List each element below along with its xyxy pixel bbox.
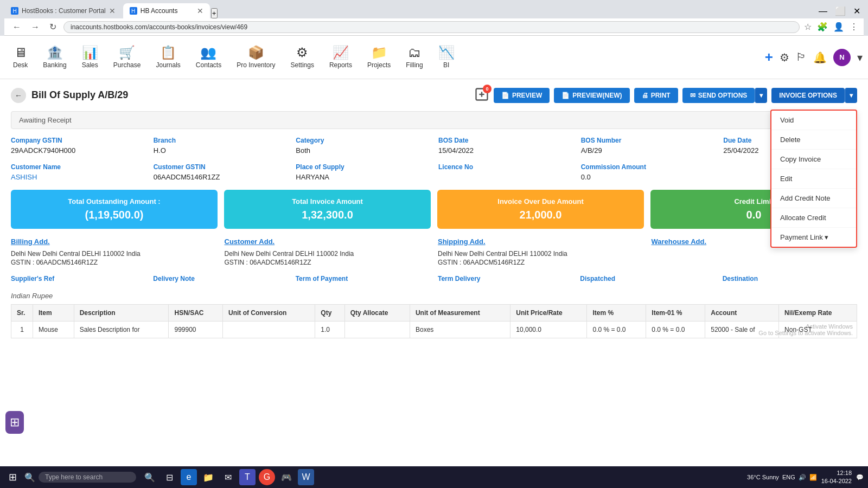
tab-label-1: HostBooks : Customer Portal xyxy=(22,7,106,15)
taskbar-icon-folder[interactable]: 📁 xyxy=(200,469,216,485)
menu-item-void[interactable]: Void xyxy=(771,111,856,130)
refresh-button[interactable]: ↻ xyxy=(47,21,59,33)
send-options-button[interactable]: ✉ SEND OPTIONS xyxy=(682,88,755,103)
taskbar-icon-task-view[interactable]: ⊟ xyxy=(161,469,177,485)
nav-item-purchase[interactable]: 🛒 Purchase xyxy=(106,42,149,73)
taskbar-icon-chrome[interactable]: G xyxy=(259,469,275,485)
taskbar-icon-mail[interactable]: ✉ xyxy=(220,469,236,485)
start-button[interactable]: ⊞ xyxy=(4,469,21,485)
taskbar: ⊞ 🔍 🔍 ⊟ e 📁 ✉ T G 🎮 W 36°C Sunny ENG 🔊 📶… xyxy=(0,466,868,485)
menu-item-add-credit-note[interactable]: Add Credit Note xyxy=(771,189,856,208)
billing-gstin: GSTIN : 06AADCM5146R1ZZ xyxy=(11,259,217,266)
badge-count: 0 xyxy=(483,85,492,93)
new-tab-button[interactable]: + xyxy=(211,8,218,18)
banking-icon: 🏦 xyxy=(47,46,63,59)
taskbar-search-input[interactable] xyxy=(39,472,136,483)
preview-button[interactable]: 📄 PREVIEW xyxy=(494,88,550,103)
info-grid-row1: Company GSTIN 29AADCK7940H000 Branch H.O… xyxy=(11,137,857,155)
taskbar-icon-game[interactable]: 🎮 xyxy=(278,469,295,485)
menu-item-copy-invoice[interactable]: Copy Invoice xyxy=(771,150,856,169)
reports-icon: 📈 xyxy=(333,46,349,59)
nav-item-sales[interactable]: 📊 Sales xyxy=(74,42,106,73)
nav-item-projects[interactable]: 📁 Projects xyxy=(360,42,398,73)
notification-icon[interactable]: 🔔 xyxy=(813,51,827,64)
info-customer-gstin: Customer GSTIN 06AADCM5146R1ZZ xyxy=(154,163,288,181)
info-category: Category Both xyxy=(296,137,430,155)
shipping-address-title[interactable]: Shipping Add. xyxy=(438,237,644,246)
nav-item-bi[interactable]: 📉 BI xyxy=(431,42,462,73)
tab-close-2[interactable]: ✕ xyxy=(197,7,203,15)
info-company-gstin: Company GSTIN 29AADCK7940H000 xyxy=(11,137,145,155)
nav-label-banking: Banking xyxy=(43,61,66,69)
category-value: Both xyxy=(296,146,430,155)
status-bar: Awaiting Receipt xyxy=(11,111,857,129)
dropdown-arrow-icon[interactable]: ▾ xyxy=(857,51,863,64)
nav-item-reports[interactable]: 📈 Reports xyxy=(322,42,360,73)
minimize-button[interactable]: — xyxy=(815,4,831,18)
maximize-button[interactable]: ⬜ xyxy=(832,4,849,18)
contacts-icon: 👥 xyxy=(200,46,216,59)
tab-close-1[interactable]: ✕ xyxy=(109,7,116,15)
taskbar-volume-icon[interactable]: 🔊 xyxy=(799,474,806,481)
nav-item-settings[interactable]: ⚙ Settings xyxy=(283,42,322,73)
forward-nav-button[interactable]: → xyxy=(28,21,42,33)
invoice-options-group: INVOICE OPTIONS ▾ Void Delete Copy Invoi… xyxy=(771,88,857,103)
user-avatar[interactable]: N xyxy=(833,49,851,66)
print-button[interactable]: 🖨 PRINT xyxy=(634,88,678,103)
flag-icon[interactable]: 🏳 xyxy=(796,51,807,63)
address-bar-input[interactable] xyxy=(63,21,800,33)
browser-tab-1[interactable]: H HostBooks : Customer Portal ✕ xyxy=(4,3,122,18)
taskbar-icon-teams[interactable]: T xyxy=(239,469,256,485)
nav-item-filling[interactable]: 🗂 Filling xyxy=(398,42,430,73)
notification-center-icon[interactable]: 💬 xyxy=(856,474,864,481)
taskbar-icon-search[interactable]: 🔍 xyxy=(142,469,158,485)
extensions-icon[interactable]: 🧩 xyxy=(817,22,828,32)
search-icon[interactable]: 🔍 xyxy=(24,472,35,483)
invoice-options-dropdown-button[interactable]: ▾ xyxy=(845,88,857,103)
shipping-gstin: GSTIN : 06AADCM5146R1ZZ xyxy=(438,259,644,266)
menu-item-payment-link[interactable]: Payment Link ▾ xyxy=(771,228,856,247)
bos-date-value: 15/04/2022 xyxy=(438,146,572,155)
browser-menu-icon[interactable]: ⋮ xyxy=(850,22,858,32)
customer-address-title[interactable]: Customer Add. xyxy=(225,237,431,246)
field-dispatched: Dispatched xyxy=(580,275,714,284)
nav-label-reports: Reports xyxy=(329,61,352,69)
nav-item-journals[interactable]: 📋 Journals xyxy=(148,42,188,73)
browser-tab-2[interactable]: H HB Accounts ✕ xyxy=(123,3,210,18)
tab-label-2: HB Accounts xyxy=(141,7,178,15)
close-button[interactable]: ✕ xyxy=(850,4,864,18)
add-button[interactable]: + xyxy=(765,49,773,66)
nav-item-pro-inventory[interactable]: 📦 Pro Inventory xyxy=(229,42,283,73)
taskbar-icon-word[interactable]: W xyxy=(298,469,314,485)
invoice-options-button[interactable]: INVOICE OPTIONS xyxy=(771,88,845,103)
taskbar-time: 12:18 xyxy=(821,469,852,477)
nav-item-contacts[interactable]: 👥 Contacts xyxy=(188,42,229,73)
info-commission-amount: Commission Amount 0.0 xyxy=(581,163,715,181)
left-panel-icon[interactable]: ⊞ xyxy=(5,411,24,434)
menu-item-delete[interactable]: Delete xyxy=(771,130,856,150)
taskbar-network-icon[interactable]: 📶 xyxy=(809,474,817,481)
header-actions: 0 📄 PREVIEW 📄 PREVIEW(NEW) 🖨 PRINT ✉ xyxy=(474,87,857,104)
page-title: Bill Of Supply A/B/29 xyxy=(31,89,128,101)
gear-icon[interactable]: ⚙ xyxy=(780,51,789,64)
row-unit-price: 10,000.0 xyxy=(510,322,587,338)
outstanding-value: (1,19,500.0) xyxy=(20,209,209,221)
billing-address-title[interactable]: Billing Add. xyxy=(11,237,217,246)
shipping-address: Shipping Add. Delhi New Delhi Central DE… xyxy=(438,237,644,266)
back-nav-button[interactable]: ← xyxy=(10,21,24,33)
profile-icon[interactable]: 👤 xyxy=(833,22,844,32)
bookmark-icon[interactable]: ☆ xyxy=(804,22,812,32)
outstanding-title: Total Outstanding Amount : xyxy=(20,197,209,206)
menu-item-allocate-credit[interactable]: Allocate Credit xyxy=(771,208,856,228)
filling-icon: 🗂 xyxy=(408,46,421,59)
nav-item-desk[interactable]: 🖥 Desk xyxy=(5,42,35,73)
billing-address: Billing Add. Delhi New Delhi Central DEL… xyxy=(11,237,217,266)
send-options-dropdown-button[interactable]: ▾ xyxy=(755,88,767,103)
menu-item-edit[interactable]: Edit xyxy=(771,169,856,189)
taskbar-icon-edge[interactable]: e xyxy=(181,469,197,485)
preview-new-button[interactable]: 📄 PREVIEW(NEW) xyxy=(554,88,629,103)
notification-badge-button[interactable]: 0 xyxy=(474,87,489,104)
info-bos-number: BOS Number A/B/29 xyxy=(581,137,715,155)
nav-item-banking[interactable]: 🏦 Banking xyxy=(35,42,74,73)
back-button[interactable]: ← xyxy=(11,88,26,103)
